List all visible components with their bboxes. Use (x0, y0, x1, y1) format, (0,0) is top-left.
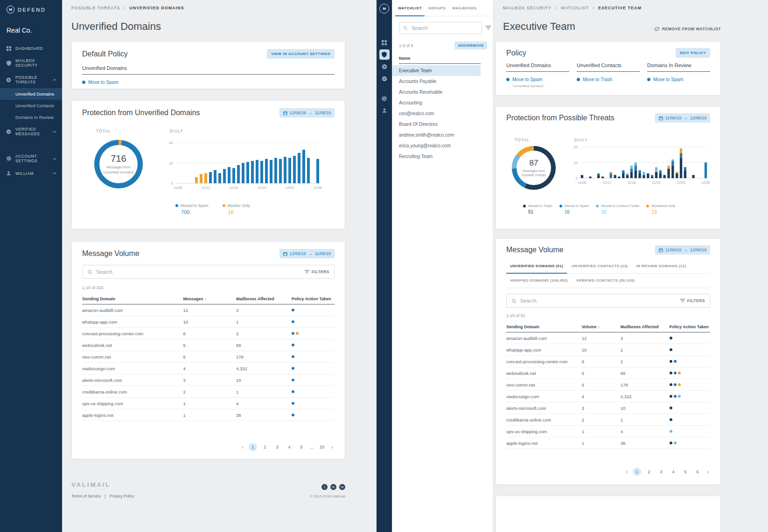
breadcrumb-link[interactable]: WATCHLIST (561, 6, 589, 10)
column-header[interactable]: Sending Domain (506, 325, 582, 329)
tab-groups[interactable]: GROUPS (426, 0, 449, 16)
column-header[interactable]: Sending Domain (82, 297, 183, 301)
page-button[interactable]: 3 (273, 443, 281, 451)
tab-unverified-domains-51-[interactable]: UNVERIFIED DOMAINS (51) (506, 259, 567, 274)
rail-verified-messages-icon[interactable] (379, 74, 390, 84)
remove-from-watchlist-button[interactable]: REMOVE FROM WATCHLIST (654, 27, 721, 31)
date-range-chip[interactable]: 12/06/19 → 11/06/19 (279, 108, 335, 117)
valimail-mark-icon[interactable]: M (379, 4, 389, 14)
list-item[interactable]: Accounting (392, 97, 481, 108)
table-row[interactable]: apple-logins.net 1 38 (82, 409, 335, 421)
privacy-link[interactable]: Privacy Policy (110, 494, 134, 498)
table-row[interactable]: creditkarna-online.com 2 1 (82, 386, 335, 398)
edit-policy-button[interactable]: EDIT POLICY (676, 48, 710, 58)
search-input[interactable] (412, 25, 478, 31)
page-button[interactable]: 5 (681, 468, 690, 476)
sidebar-item-unverified-domains[interactable]: Unverified Domains (0, 88, 62, 100)
linkedin-icon[interactable]: in (330, 484, 336, 490)
table-row[interactable]: alerts-microsoft.com 3 10 (82, 374, 335, 386)
page-button[interactable]: 2 (645, 468, 653, 476)
column-header[interactable]: Mailboxes Affected (236, 297, 292, 301)
page-button[interactable]: 5 (297, 443, 306, 451)
search-input[interactable] (520, 298, 677, 304)
sidebar-item-dashboard[interactable]: DASHBOARD (0, 42, 62, 55)
sidebar-item-account-settings[interactable]: ACCOUNT SETTINGS (0, 150, 62, 167)
date-range-chip[interactable]: 11/06/19 → 12/06/19 (655, 245, 710, 255)
table-row[interactable]: alerts-microsoft.com 3 10 (506, 402, 710, 414)
table-row[interactable]: weboutlook.net 5 68 (82, 339, 335, 351)
rail-possible-threats-icon[interactable] (379, 62, 390, 72)
page-button[interactable]: 4 (669, 468, 677, 476)
next-page-button[interactable]: › (330, 444, 335, 450)
filters-button[interactable]: FILTERS (305, 269, 329, 274)
column-header[interactable]: Mailboxes Affected (621, 325, 670, 329)
sidebar-item-domains-in-review[interactable]: Domains In Review (0, 111, 62, 123)
terms-link[interactable]: Terms of Service (71, 494, 101, 498)
table-row[interactable]: viadocusign.com 4 4,322 (506, 391, 710, 402)
page-button[interactable]: 3 (657, 468, 665, 476)
sidebar-item-verified-messages[interactable]: VERIFIED MESSAGES (0, 123, 62, 140)
table-row[interactable]: amazon-audibill.com 12 3 (506, 332, 710, 344)
page-button[interactable]: 2 (261, 443, 269, 451)
table-row[interactable]: ups-us-shipping.com 1 4 (506, 426, 710, 437)
search-input[interactable] (96, 269, 301, 275)
sidebar-item-unverified-contacts[interactable]: Unverified Contacts (0, 100, 62, 111)
list-item[interactable]: andrew.smith@realco.com (392, 130, 481, 140)
date-range-chip[interactable]: 12/06/19 → 11/06/19 (279, 249, 335, 258)
filters-button[interactable]: FILTERS (680, 298, 705, 303)
table-row[interactable]: weboutlook.net 5 68 (506, 367, 710, 379)
breadcrumb-link[interactable]: MAILBOX SECURITY (503, 6, 552, 10)
table-row[interactable]: whatspp-app.com 10 1 (82, 316, 335, 328)
twitter-icon[interactable]: t (321, 484, 328, 490)
table-row[interactable]: vivo-comm.net 5 178 (82, 351, 335, 363)
prev-page-button[interactable]: ‹ (240, 444, 245, 450)
sidebar-item-possible-threats[interactable]: POSSIBLE THREATS (0, 71, 62, 88)
list-item[interactable]: Accounts Receivable (392, 87, 481, 97)
list-item[interactable]: Executive Team (392, 65, 481, 76)
column-header[interactable]: Volume ↓ (582, 325, 621, 329)
table-row[interactable]: concast-processing-center.com 8 2 (506, 356, 710, 367)
tab-verified-domains-108-453-[interactable]: VERIFIED DOMAINS (108,453) (506, 274, 572, 288)
email-icon[interactable]: ✉ (339, 484, 345, 490)
rail-settings-icon[interactable] (379, 93, 390, 104)
sidebar-item-user[interactable]: WILLIAM (0, 167, 62, 180)
table-row[interactable]: viadocusign.com 4 4,322 (82, 363, 335, 374)
table-row[interactable]: apple-logins.net 1 38 (506, 437, 710, 449)
prev-page-button[interactable]: ‹ (624, 469, 629, 475)
tab-verified-contacts-50-333-[interactable]: VERIFIED CONTACTS (50,333) (573, 274, 638, 288)
list-item[interactable]: ceo@realco.com (392, 108, 481, 119)
table-row[interactable]: vivo-comm.net 5 178 (506, 379, 710, 391)
tab-in-review-domains-12-[interactable]: IN REVIEW DOMAINS (12) (633, 259, 690, 274)
table-row[interactable]: amazon-audibill.com 12 3 (82, 304, 335, 316)
table-row[interactable]: whatspp-app.com 10 1 (506, 344, 710, 356)
column-header[interactable]: Policy Action Taken (670, 325, 710, 329)
page-button[interactable]: 1 (249, 443, 257, 451)
page-button[interactable]: 1 (633, 468, 641, 476)
list-item[interactable]: erica.young@realco.com (392, 140, 481, 151)
page-button[interactable]: 4 (285, 443, 293, 451)
list-item[interactable]: Recruiting Team (392, 151, 481, 162)
tab-unverified-contacts-23-[interactable]: UNVERIFIED CONTACTS (23) (568, 259, 632, 274)
table-row[interactable]: ups-us-shipping.com 1 4 (82, 398, 335, 409)
page-button[interactable]: 6 (693, 468, 702, 476)
page-button[interactable]: 33 (318, 443, 326, 451)
tab-watchlist[interactable]: WATCHLIST (395, 0, 425, 16)
add-remove-button[interactable]: ADD/REMOVE (454, 41, 487, 49)
column-header[interactable]: Policy Action Taken (292, 297, 335, 301)
table-row[interactable]: creditkarna-online.com 2 1 (506, 414, 710, 426)
breadcrumb-link[interactable]: POSSIBLE THREATS (71, 6, 120, 10)
filter-icon[interactable] (486, 26, 491, 30)
rail-mailbox-security-icon[interactable] (379, 49, 390, 60)
rail-account-icon[interactable] (379, 105, 390, 116)
column-header[interactable]: Messages ↓ (183, 297, 236, 301)
date-range-chip[interactable]: 11/06/19 → 12/06/19 (655, 113, 710, 123)
sidebar-item-mailbox-security[interactable]: MAILBOX SECURITY (0, 55, 62, 71)
rail-dashboard-icon[interactable] (379, 37, 390, 48)
page-button[interactable]: ... (309, 443, 314, 451)
tab-mailboxes[interactable]: MAILBOXES (449, 0, 479, 16)
view-in-account-settings-button[interactable]: VIEW IN ACCOUNT SETTINGS (267, 49, 335, 59)
next-page-button[interactable]: › (705, 469, 710, 475)
list-item[interactable]: Accounts Payable (392, 76, 481, 87)
list-item[interactable]: Board Of Directors (392, 119, 481, 130)
table-row[interactable]: concast-processing-center.com 8 2 (82, 328, 335, 339)
